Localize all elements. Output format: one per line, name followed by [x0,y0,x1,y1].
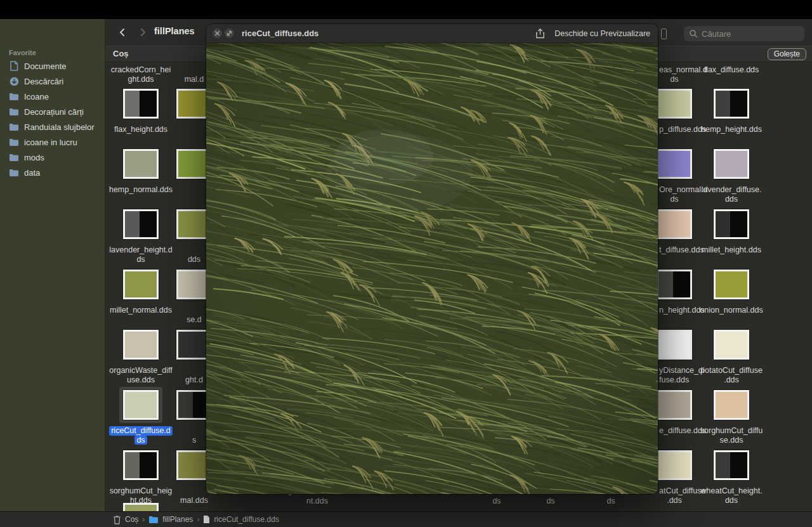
file-thumbnail[interactable] [123,89,159,119]
quicklook-title: riceCut_diffuse.dds [242,29,318,38]
file-thumbnail[interactable] [714,209,749,239]
search-input[interactable] [700,26,801,41]
file-label[interactable]: dds [690,496,773,505]
quicklook-window: riceCut_diffuse.dds Deschide cu Previzua… [206,24,658,494]
file-thumbnail[interactable] [123,270,159,299]
sidebar-item-label: Icoane [24,92,49,101]
pathbar-segment-3[interactable]: riceCut_diffuse.dds [203,515,279,524]
sidebar-item-data[interactable]: data [0,165,105,180]
sidebar-item-mods[interactable]: mods [0,150,105,165]
file-label[interactable]: hemp_normal.dds [100,185,182,195]
file-label[interactable]: flax_height.dds [100,125,182,134]
pathbar-segment-2[interactable]: fillPlanes [148,515,193,524]
path-bar: Coș›fillPlanes›riceCut_diffuse.dds [0,511,812,527]
file-label-fragment[interactable]: nt.dds [292,497,343,506]
pathbar-segment-1[interactable]: Coș [113,515,138,524]
screen: Favorite DocumenteDescărcăriIcoaneDecora… [0,0,812,527]
file-label[interactable]: organicWaste_diff [100,366,182,375]
file-thumbnail[interactable] [657,270,692,299]
file-thumbnail[interactable] [714,390,749,420]
file-label[interactable]: mal.dds [153,496,235,505]
sidebar: Favorite DocumenteDescărcăriIcoaneDecora… [0,19,105,527]
file-thumbnail[interactable] [657,450,692,480]
file-thumbnail[interactable] [714,149,749,179]
chevron-right-icon [138,27,148,37]
file-label[interactable]: sorghumCut_diffu [690,426,773,436]
folder-icon [9,137,19,147]
file-label[interactable]: lavender_height.d [100,245,182,255]
sidebar-item-label: Randuiala slujbelor [24,122,95,132]
file-label[interactable]: dds [690,195,773,204]
sidebar-item-label: icoane in lucru [24,138,77,147]
file-label[interactable]: millet_normal.dds [100,306,182,315]
file-label[interactable]: flax_diffuse.dds [690,65,773,75]
forward-button[interactable] [134,24,151,41]
chevron-separator-icon: › [142,515,145,524]
file-thumbnail[interactable] [714,89,749,119]
file-label-fragment[interactable]: ds [525,497,576,506]
close-icon [214,30,220,36]
file-label[interactable]: sorghumCut_heig [100,486,182,496]
sidebar-item-documente[interactable]: Documente [0,58,105,74]
trash-icon [113,515,121,524]
folder-icon [9,107,19,117]
file-thumbnail[interactable] [714,270,749,299]
sidebar-item-label: Descărcări [24,77,63,86]
file-thumbnail[interactable] [657,330,692,360]
fullscreen-button[interactable] [225,29,234,38]
file-label[interactable]: se.dds [690,436,773,445]
folder-icon [9,167,19,178]
file-label[interactable]: lavender_diffuse. [690,185,773,195]
folder-icon [148,516,159,524]
chevron-separator-icon: › [197,515,199,524]
share-icon[interactable] [535,28,546,39]
file-thumbnail[interactable] [123,390,159,420]
sidebar-item-desc-rc-ri[interactable]: Descărcări [0,74,105,89]
file-thumbnail[interactable] [123,209,159,239]
file-label[interactable]: wheatCut_height. [690,486,773,496]
file-thumbnail[interactable] [657,149,692,179]
document-icon [9,61,19,71]
file-icon [203,515,210,524]
sidebar-item-randuiala-slujbelor[interactable]: Randuiala slujbelor [0,119,105,134]
sidebar-item-label: Documente [24,62,66,71]
file-label[interactable]: millet_height.dds [690,245,773,255]
file-label[interactable]: onion_normal.dds [690,306,773,315]
window-title: fillPlanes [154,26,195,36]
pathbar-label: riceCut_diffuse.dds [214,515,279,524]
file-label[interactable]: potatoCut_diffuse [690,366,773,375]
quicklook-titlebar: riceCut_diffuse.dds Deschide cu Previzua… [206,24,658,43]
sidebar-item-icoane[interactable]: Icoane [0,89,105,104]
file-thumbnail[interactable] [657,209,692,239]
file-label[interactable]: riceCut_diffuse.d [100,426,182,436]
file-thumbnail[interactable] [123,450,159,480]
file-thumbnail[interactable] [657,89,692,119]
file-label[interactable]: .dds [690,375,773,385]
search-icon [688,29,698,39]
pathbar-label: Coș [125,515,138,524]
empty-trash-button[interactable]: Golește [768,48,806,60]
file-label-fragment[interactable]: ds [471,497,522,506]
file-label-fragment[interactable]: ds [586,497,636,506]
folder-icon [9,91,19,101]
file-thumbnail[interactable] [123,330,159,360]
folder-icon [9,122,19,132]
sidebar-item-icoane-in-lucru[interactable]: icoane in lucru [0,134,105,150]
top-black-strip [0,0,812,19]
trash-banner-title: Coș [113,49,129,58]
file-thumbnail[interactable] [714,330,749,360]
texture-preview-image [206,43,658,494]
file-label[interactable]: crackedCorn_hei [100,65,182,75]
download-icon [9,76,19,86]
file-label[interactable]: hemp_height.dds [690,125,773,134]
close-button[interactable] [213,29,222,38]
file-thumbnail[interactable] [123,503,159,511]
file-thumbnail[interactable] [123,149,159,179]
file-thumbnail[interactable] [657,390,692,420]
toolbar-partial-icon[interactable] [661,29,667,39]
search-field[interactable] [684,26,804,41]
open-with-preview-button[interactable]: Deschide cu Previzualizare [554,29,650,38]
sidebar-item-decora-iuni-c-r-i[interactable]: Decorațiuni cărți [0,104,105,119]
back-button[interactable] [114,24,131,41]
file-thumbnail[interactable] [714,450,749,480]
